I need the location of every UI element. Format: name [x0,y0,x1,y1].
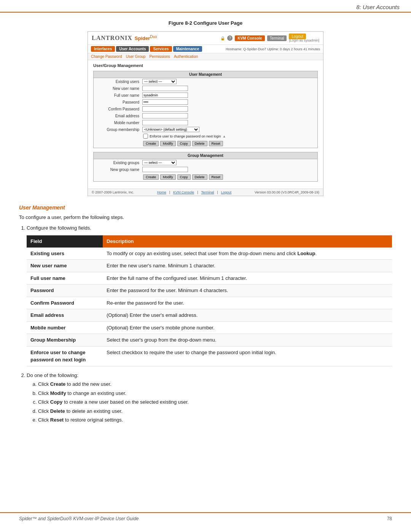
full-user-name-input[interactable] [142,93,188,98]
user-management-section-heading: User Management [19,204,392,211]
copy-group-button[interactable]: Copy [177,174,191,180]
terminal-button[interactable]: Terminal [267,35,287,41]
group-membership-row: Group membership <Unknown> (default sett… [94,126,317,133]
intro-text: To configure a user, perform the followi… [19,214,392,221]
group-membership-label: Group membership [97,128,142,132]
action-a: Click Create to add the new user. [38,380,392,388]
section-title: User/Group Management [93,63,318,68]
existing-users-label: Existing users [97,80,142,84]
mobile-input[interactable] [142,120,188,125]
nav-maintenance[interactable]: Maintenance [173,46,202,52]
page-title: 8: User Accounts [356,4,400,10]
new-group-name-input[interactable] [142,167,188,172]
subnav-change-password[interactable]: Change Password [91,54,122,59]
action-list: Click Create to add the new user. Click … [27,380,392,424]
user-management-header: User Management [94,71,317,78]
screenshot-box: LANTRONIX SpiderDuo 🔒 ? KVM Console Term… [88,31,323,196]
col-description-header: Description [103,235,392,248]
mobile-label: Mobile number [97,121,142,125]
existing-groups-label: Existing groups [97,161,142,165]
kvm-console-button[interactable]: KVM Console [235,35,264,41]
topbar-right: 🔒 ? KVM Console Terminal Logout [Login a… [220,34,319,42]
description-cell: Re-enter the password for the user. [103,297,392,309]
table-row: PasswordEnter the password for the user.… [27,284,392,297]
create-user-button[interactable]: Create [143,141,159,146]
logout-group: Logout [Login as sysadmin] [289,34,319,42]
spider-content: User/Group Management User Management Ex… [88,60,323,189]
field-table: Field Description Existing usersTo modif… [27,235,392,366]
table-row: Full user nameEnter the full name of the… [27,272,392,284]
table-row: Mobile number(Optional) Enter the user's… [27,321,392,334]
hostname-label: Hostname: Q-Spider-Duo7 Uptime: 0 days 2… [226,47,320,51]
field-cell: Full user name [27,272,103,284]
existing-groups-row: Existing groups — select — [94,159,317,166]
field-cell: Existing users [27,248,103,260]
footer-home-link[interactable]: Home [157,190,166,194]
description-cell: (Optional) Enter the user's email addres… [103,309,392,322]
field-cell: Confirm Password [27,297,103,309]
steps-list: Configure the following fields. Field De… [19,224,392,424]
nav-services[interactable]: Services [150,46,172,52]
description-cell: Select the user's group from the drop-do… [103,334,392,347]
spider-subnav: Change Password User Group Permissions A… [88,53,323,60]
full-user-name-row: Full user name [94,92,317,99]
page-footer: Spider™ and SpiderDuo® KVM-over-IP Devic… [0,512,411,524]
new-group-name-label: New group name [97,168,142,172]
action-b: Click Modify to change an existing user. [38,390,392,397]
nav-user-accounts[interactable]: User Accounts [116,46,149,52]
subnav-user-group[interactable]: User Group [126,54,146,59]
email-label: Email address [97,114,142,118]
action-c: Click Copy to create a new user based on… [38,398,392,406]
reset-user-button[interactable]: Reset [209,141,223,146]
group-management-header: Group Management [94,152,317,159]
logo-lantronix: LANTRONIX [92,35,132,42]
footer-logout-link[interactable]: Logout [221,190,232,194]
confirm-password-label: Confirm Password [97,107,142,111]
enforce-password-checkbox[interactable] [143,134,148,139]
page-header: 8: User Accounts [0,0,411,13]
info-icon: ▲ [223,134,226,138]
delete-user-button[interactable]: Delete [192,141,207,146]
group-membership-select[interactable]: <Unknown> (default setting) [142,127,199,132]
field-cell: Password [27,284,103,297]
footer-left: Spider™ and SpiderDuo® KVM-over-IP Devic… [19,516,139,521]
new-user-name-label: New user name [97,86,142,91]
create-group-button[interactable]: Create [143,174,159,180]
nav-interfaces[interactable]: Interfaces [91,46,115,52]
password-label: Password [97,100,142,104]
modify-group-button[interactable]: Modify [160,174,176,180]
subnav-permissions[interactable]: Permissions [149,54,170,59]
screenshot-footer: © 2007-2009 Lantronix, Inc. Home | KVM C… [88,189,323,196]
reset-group-button[interactable]: Reset [209,174,223,180]
full-user-name-label: Full user name [97,93,142,97]
footer-links: Home | KVM Console | Terminal | Logout [157,190,232,194]
footer-kvm-link[interactable]: KVM Console [173,190,194,194]
col-field-header: Field [27,235,103,248]
login-as-label: [Login as sysadmin] [289,38,319,42]
action-d: Click Delete to delete an existing user. [38,407,392,415]
email-row: Email address [94,112,317,119]
new-group-name-row: New group name [94,166,317,173]
table-row: Existing usersTo modify or copy an exist… [27,248,392,260]
email-input[interactable] [142,113,188,118]
password-input[interactable] [142,99,188,105]
new-user-name-row: New user name [94,85,317,92]
subnav-authentication[interactable]: Authentication [174,54,198,59]
description-cell: (Optional) Enter the user's mobile phone… [103,321,392,334]
description-cell: Enter the password for the user. Minimum… [103,284,392,297]
table-row: New user nameEnter the new user's name. … [27,260,392,272]
copyright-text: © 2007-2009 Lantronix, Inc. [92,190,134,194]
figure-title: Figure 8-2 Configure User Page [19,20,392,26]
existing-groups-select[interactable]: — select — [142,160,177,165]
enforce-password-label: Enforce user to change password on next … [150,134,221,138]
existing-users-select[interactable]: — select — [142,79,177,84]
mobile-row: Mobile number [94,119,317,126]
modify-user-button[interactable]: Modify [160,141,176,146]
confirm-password-input[interactable] [142,106,188,112]
new-user-name-input[interactable] [142,86,188,91]
copy-user-button[interactable]: Copy [177,141,191,146]
delete-group-button[interactable]: Delete [192,174,207,180]
field-cell: Email address [27,309,103,322]
footer-terminal-link[interactable]: Terminal [201,190,214,194]
field-cell: Enforce user to change password on next … [27,346,103,366]
